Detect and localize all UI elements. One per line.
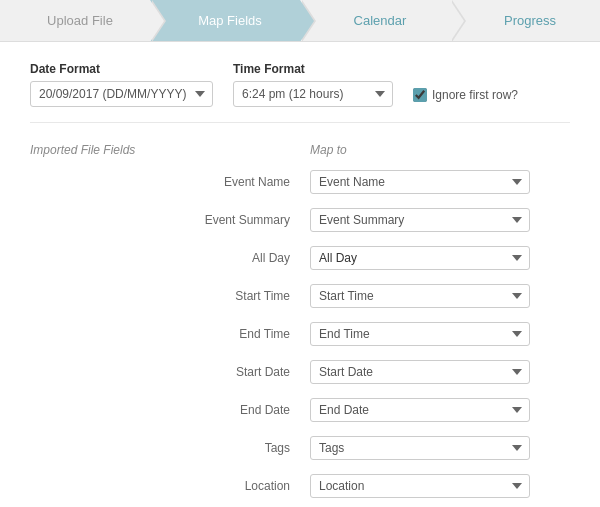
map-row-location: Location (310, 471, 570, 501)
date-format-group: Date Format 20/09/2017 (DD/MM/YYYY) (30, 62, 213, 107)
field-row-all-day: All Day (30, 243, 310, 273)
field-label-tags: Tags (30, 441, 310, 455)
field-label-start-date: Start Date (30, 365, 310, 379)
step-progress[interactable]: Progress (450, 0, 600, 41)
field-label-event-summary: Event Summary (30, 213, 310, 227)
step-map-label: Map Fields (198, 13, 262, 28)
map-row-tags: Tags (310, 433, 570, 463)
field-row-event-name: Event Name (30, 167, 310, 197)
map-row-all-day: All Day (310, 243, 570, 273)
ignore-first-row-group: Ignore first row? (413, 88, 518, 107)
field-label-event-name: Event Name (30, 175, 310, 189)
field-row-end-date: End Date (30, 395, 310, 425)
step-calendar[interactable]: Calendar (300, 0, 450, 41)
step-progress-label: Progress (504, 13, 556, 28)
field-row-event-summary: Event Summary (30, 205, 310, 235)
map-select-event-name[interactable]: Event Name (310, 170, 530, 194)
field-row-start-time: Start Time (30, 281, 310, 311)
map-row-end-time: End Time (310, 319, 570, 349)
field-label-all-day: All Day (30, 251, 310, 265)
map-row-end-date: End Date (310, 395, 570, 425)
field-label-start-time: Start Time (30, 289, 310, 303)
map-select-start-date[interactable]: Start Date (310, 360, 530, 384)
field-label-end-date: End Date (30, 403, 310, 417)
field-row-tags: Tags (30, 433, 310, 463)
format-row: Date Format 20/09/2017 (DD/MM/YYYY) Time… (30, 62, 570, 123)
imported-fields-col: Imported File Fields Event Name Event Su… (30, 143, 310, 507)
map-row-start-date: Start Date (310, 357, 570, 387)
map-select-start-time[interactable]: Start Time (310, 284, 530, 308)
map-select-end-time[interactable]: End Time (310, 322, 530, 346)
date-format-select[interactable]: 20/09/2017 (DD/MM/YYYY) (30, 81, 213, 107)
map-row-start-time: Start Time (310, 281, 570, 311)
map-select-location[interactable]: Location (310, 474, 530, 498)
mapto-header: Map to (310, 143, 570, 157)
imported-header: Imported File Fields (30, 143, 310, 157)
step-upload-label: Upload File (47, 13, 113, 28)
step-upload[interactable]: Upload File (0, 0, 150, 41)
map-select-end-date[interactable]: End Date (310, 398, 530, 422)
map-select-all-day[interactable]: All Day (310, 246, 530, 270)
mapping-section: Imported File Fields Event Name Event Su… (30, 143, 570, 507)
time-format-select[interactable]: 6:24 pm (12 hours) (233, 81, 393, 107)
field-row-start-date: Start Date (30, 357, 310, 387)
map-select-tags[interactable]: Tags (310, 436, 530, 460)
ignore-first-row-label: Ignore first row? (432, 88, 518, 102)
ignore-first-row-checkbox[interactable] (413, 88, 427, 102)
field-row-location: Location (30, 471, 310, 501)
field-label-location: Location (30, 479, 310, 493)
date-format-label: Date Format (30, 62, 213, 76)
field-label-end-time: End Time (30, 327, 310, 341)
map-select-event-summary[interactable]: Event Summary (310, 208, 530, 232)
map-row-event-summary: Event Summary (310, 205, 570, 235)
field-row-end-time: End Time (30, 319, 310, 349)
time-format-group: Time Format 6:24 pm (12 hours) (233, 62, 393, 107)
step-calendar-label: Calendar (354, 13, 407, 28)
time-format-label: Time Format (233, 62, 393, 76)
stepper: Upload File Map Fields Calendar Progress (0, 0, 600, 42)
map-row-event-name: Event Name (310, 167, 570, 197)
step-map[interactable]: Map Fields (150, 0, 300, 41)
mapto-col: Map to Event Name Event Summary All Day … (310, 143, 570, 507)
main-content: Date Format 20/09/2017 (DD/MM/YYYY) Time… (0, 42, 600, 507)
